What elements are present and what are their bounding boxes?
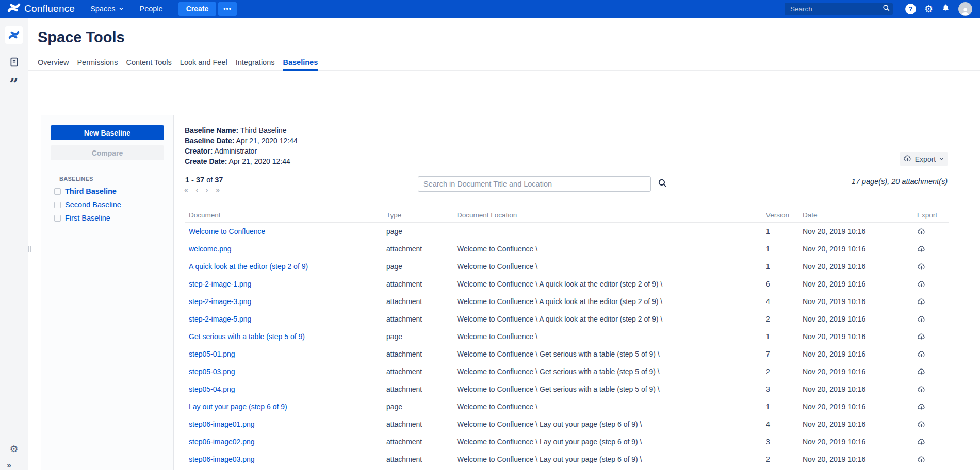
global-search-input[interactable] bbox=[789, 5, 883, 13]
tab-permissions[interactable]: Permissions bbox=[77, 55, 118, 71]
document-type: attachment bbox=[382, 297, 453, 306]
baseline-link-first[interactable]: First Baseline bbox=[65, 214, 110, 222]
detail-baseline-name: Baseline Name: Third Baseline bbox=[185, 125, 298, 136]
pages-icon[interactable] bbox=[0, 57, 28, 68]
new-baseline-button[interactable]: New Baseline bbox=[51, 125, 164, 140]
row-export-cell bbox=[913, 262, 949, 271]
document-version: 1 bbox=[762, 262, 798, 271]
space-logo-icon[interactable] bbox=[5, 26, 23, 44]
document-link[interactable]: Lay out your page (step 6 of 9) bbox=[185, 402, 382, 411]
app-sidebar: ” ⚙ » bbox=[0, 18, 28, 470]
document-link[interactable]: step05-03.png bbox=[185, 367, 382, 376]
document-date: Nov 20, 2019 10:16 bbox=[798, 455, 913, 463]
cloud-download-icon[interactable] bbox=[917, 420, 949, 429]
document-location: Welcome to Confluence \ Lay out your pag… bbox=[453, 438, 762, 446]
document-type: attachment bbox=[382, 367, 453, 376]
document-type: page bbox=[382, 402, 453, 411]
document-date: Nov 20, 2019 10:16 bbox=[798, 262, 913, 271]
cloud-download-icon[interactable] bbox=[917, 438, 949, 446]
next-page-icon[interactable]: › bbox=[206, 186, 208, 194]
document-link[interactable]: Welcome to Confluence bbox=[185, 227, 382, 236]
user-avatar[interactable] bbox=[958, 2, 972, 16]
sidebar-resize-handle[interactable] bbox=[28, 246, 31, 252]
cloud-download-icon[interactable] bbox=[917, 315, 949, 324]
table-row: step06-image01.png attachment Welcome to… bbox=[185, 415, 949, 433]
cloud-download-icon[interactable] bbox=[917, 280, 949, 289]
cloud-download-icon[interactable] bbox=[917, 262, 949, 271]
document-link[interactable]: Get serious with a table (step 5 of 9) bbox=[185, 332, 382, 341]
cloud-download-icon[interactable] bbox=[917, 297, 949, 306]
document-link[interactable]: step-2-image-3.png bbox=[185, 297, 382, 306]
document-version: 1 bbox=[762, 245, 798, 253]
cloud-download-icon[interactable] bbox=[917, 350, 949, 359]
expand-sidebar-icon[interactable]: » bbox=[7, 461, 11, 470]
table-row: step05-03.png attachment Welcome to Conf… bbox=[185, 363, 949, 380]
tab-integrations[interactable]: Integrations bbox=[236, 55, 275, 71]
document-version: 4 bbox=[762, 420, 798, 428]
table-row: A quick look at the editor (step 2 of 9)… bbox=[185, 258, 949, 275]
tab-content-tools[interactable]: Content Tools bbox=[126, 55, 171, 71]
more-options-button[interactable]: ••• bbox=[218, 2, 237, 16]
baseline-link-second[interactable]: Second Baseline bbox=[65, 200, 121, 209]
space-settings-gear-icon[interactable]: ⚙ bbox=[0, 443, 28, 455]
row-export-cell bbox=[913, 332, 949, 341]
chevron-down-icon bbox=[939, 155, 944, 163]
document-location: Welcome to Confluence \ bbox=[453, 332, 762, 341]
document-link[interactable]: welcome.png bbox=[185, 245, 382, 253]
nav-spaces[interactable]: Spaces bbox=[90, 5, 124, 13]
document-link[interactable]: step-2-image-5.png bbox=[185, 315, 382, 323]
nav-spaces-label: Spaces bbox=[90, 5, 115, 13]
document-link[interactable]: step06-image03.png bbox=[185, 455, 382, 463]
global-search[interactable] bbox=[785, 3, 893, 15]
cloud-download-icon[interactable] bbox=[917, 455, 949, 464]
document-link[interactable]: A quick look at the editor (step 2 of 9) bbox=[185, 262, 382, 271]
last-page-icon[interactable]: » bbox=[216, 186, 220, 194]
baseline-checkbox-first[interactable] bbox=[54, 215, 61, 222]
document-type: page bbox=[382, 332, 453, 341]
cloud-download-icon[interactable] bbox=[917, 385, 949, 394]
document-date: Nov 20, 2019 10:16 bbox=[798, 227, 913, 236]
document-link[interactable]: step05-01.png bbox=[185, 350, 382, 358]
document-link[interactable]: step06-image02.png bbox=[185, 438, 382, 446]
export-button[interactable]: Export bbox=[900, 152, 948, 166]
confluence-home-link[interactable]: Confluence bbox=[7, 1, 75, 16]
baseline-checkbox-third[interactable] bbox=[54, 188, 61, 195]
create-button[interactable]: Create bbox=[178, 2, 217, 16]
document-date: Nov 20, 2019 10:16 bbox=[798, 350, 913, 358]
row-export-cell bbox=[913, 315, 949, 324]
notifications-icon[interactable] bbox=[941, 4, 950, 14]
row-export-cell bbox=[913, 245, 949, 254]
cloud-download-icon[interactable] bbox=[917, 332, 949, 341]
baseline-checkbox-second[interactable] bbox=[54, 202, 61, 208]
tab-baselines[interactable]: Baselines bbox=[283, 55, 318, 71]
document-type: attachment bbox=[382, 245, 453, 253]
table-row: Get serious with a table (step 5 of 9) p… bbox=[185, 328, 949, 345]
document-link[interactable]: step05-04.png bbox=[185, 385, 382, 393]
cloud-download-icon[interactable] bbox=[917, 402, 949, 411]
baseline-link-third[interactable]: Third Baseline bbox=[65, 187, 117, 195]
help-icon[interactable]: ? bbox=[905, 4, 916, 14]
tab-look-and-feel[interactable]: Look and Feel bbox=[180, 55, 227, 71]
document-search-input[interactable] bbox=[418, 176, 651, 192]
first-page-icon[interactable]: « bbox=[184, 186, 188, 194]
document-version: 2 bbox=[762, 315, 798, 323]
document-version: 1 bbox=[762, 402, 798, 411]
tab-overview[interactable]: Overview bbox=[38, 55, 69, 71]
quote-icon[interactable]: ” bbox=[0, 75, 28, 94]
cloud-download-icon[interactable] bbox=[917, 245, 949, 254]
compare-button[interactable]: Compare bbox=[51, 145, 164, 160]
row-export-cell bbox=[913, 455, 949, 464]
table-row: Welcome to Confluence page 1 Nov 20, 201… bbox=[185, 223, 949, 240]
document-location: Welcome to Confluence \ Lay out your pag… bbox=[453, 455, 762, 463]
document-link[interactable]: step06-image01.png bbox=[185, 420, 382, 428]
search-icon[interactable] bbox=[883, 4, 890, 14]
settings-icon[interactable]: ⚙ bbox=[924, 4, 933, 14]
document-version: 3 bbox=[762, 385, 798, 393]
cloud-download-icon[interactable] bbox=[917, 367, 949, 376]
cloud-download-icon[interactable] bbox=[917, 227, 949, 236]
pagination: « ‹ › » bbox=[184, 186, 220, 194]
document-link[interactable]: step-2-image-1.png bbox=[185, 280, 382, 288]
prev-page-icon[interactable]: ‹ bbox=[196, 186, 199, 194]
search-icon[interactable] bbox=[651, 178, 667, 190]
nav-people[interactable]: People bbox=[140, 5, 163, 13]
